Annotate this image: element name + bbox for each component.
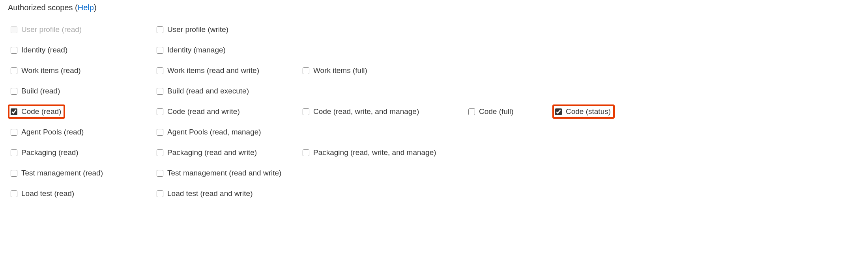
scope-label: Code (read) (21, 107, 61, 116)
scope-item-packaging-read[interactable]: Packaging (read) (8, 145, 82, 160)
scope-cell: Work items (read) (8, 62, 154, 79)
scope-checkbox-code-read-write-manage[interactable] (303, 108, 309, 115)
scope-checkbox-work-items-read[interactable] (11, 67, 17, 74)
scope-item-code-read[interactable]: Code (read) (8, 104, 65, 119)
scope-checkbox-test-management-read-write[interactable] (157, 170, 163, 177)
scope-item-code-status[interactable]: Code (status) (552, 104, 615, 119)
scope-checkbox-code-full[interactable] (468, 108, 475, 115)
scope-item-packaging-read-write-manage[interactable]: Packaging (read, write, and manage) (300, 145, 440, 160)
scope-checkbox-work-items-full[interactable] (303, 67, 309, 74)
scope-item-user-profile-write[interactable]: User profile (write) (154, 22, 232, 37)
scope-cell: Code (read) (8, 103, 154, 120)
scope-item-build-read[interactable]: Build (read) (8, 84, 64, 98)
scope-item-user-profile-read: User profile (read) (8, 22, 86, 37)
scope-cell: Identity (manage) (154, 41, 300, 59)
scope-item-packaging-read-write[interactable]: Packaging (read and write) (154, 145, 261, 160)
scope-item-build-read-execute[interactable]: Build (read and execute) (154, 84, 253, 98)
scope-label: Code (read and write) (167, 107, 240, 116)
scope-cell: Packaging (read, write, and manage) (300, 144, 466, 161)
scope-cell: Test management (read and write) (154, 164, 300, 182)
scope-item-work-items-full[interactable]: Work items (full) (300, 63, 371, 78)
scope-checkbox-code-read-write[interactable] (157, 108, 163, 115)
scope-row: Test management (read)Test management (r… (8, 163, 860, 183)
scope-checkbox-load-test-read[interactable] (11, 190, 17, 197)
scope-label: Work items (read) (21, 66, 81, 75)
scope-label: Packaging (read) (21, 148, 79, 157)
scope-row: Build (read)Build (read and execute) (8, 81, 860, 101)
scope-checkbox-identity-read[interactable] (11, 47, 17, 54)
scopes-heading-prefix: Authorized scopes ( (8, 3, 78, 12)
scope-label: Packaging (read and write) (167, 148, 257, 157)
scope-cell: User profile (write) (154, 21, 300, 38)
scope-cell: Code (read, write, and manage) (300, 103, 466, 120)
scope-cell: Code (read and write) (154, 103, 300, 120)
scope-checkbox-test-management-read[interactable] (11, 170, 17, 177)
scope-cell: Agent Pools (read, manage) (154, 123, 300, 141)
scope-item-test-management-read-write[interactable]: Test management (read and write) (154, 166, 285, 180)
scope-label: Code (full) (479, 107, 514, 116)
scope-item-load-test-read-write[interactable]: Load test (read and write) (154, 186, 257, 201)
help-link[interactable]: Help (78, 3, 94, 12)
scope-checkbox-user-profile-read (11, 26, 17, 33)
scope-cell: User profile (read) (8, 21, 154, 38)
scope-cell: Packaging (read) (8, 144, 154, 161)
scope-item-test-management-read[interactable]: Test management (read) (8, 166, 107, 180)
scope-label: Work items (read and write) (167, 66, 259, 75)
scopes-heading-suffix: ) (94, 3, 97, 12)
scope-row: Identity (read)Identity (manage) (8, 40, 860, 60)
scope-item-agent-pools-read-manage[interactable]: Agent Pools (read, manage) (154, 125, 265, 139)
scope-cell: Agent Pools (read) (8, 123, 154, 141)
scope-checkbox-work-items-read-write[interactable] (157, 67, 163, 74)
scope-label: Build (read) (21, 87, 60, 95)
scope-checkbox-user-profile-write[interactable] (157, 26, 163, 33)
scope-checkbox-load-test-read-write[interactable] (157, 190, 163, 197)
scope-item-load-test-read[interactable]: Load test (read) (8, 186, 78, 201)
scope-label: Agent Pools (read) (21, 128, 84, 136)
scope-checkbox-code-read[interactable] (11, 108, 17, 115)
scopes-panel: Authorized scopes (Help) User profile (r… (0, 0, 868, 204)
scope-label: Identity (manage) (167, 46, 226, 54)
scope-checkbox-agent-pools-read-manage[interactable] (157, 129, 163, 136)
scope-checkbox-code-status[interactable] (555, 108, 562, 115)
scope-cell: Test management (read) (8, 164, 154, 182)
scope-cell: Code (status) (552, 103, 619, 120)
scope-row: Agent Pools (read)Agent Pools (read, man… (8, 122, 860, 142)
scope-item-agent-pools-read[interactable]: Agent Pools (read) (8, 125, 88, 139)
scope-cell: Code (full) (466, 103, 552, 120)
scope-label: Test management (read) (21, 169, 103, 177)
scope-label: Load test (read and write) (167, 189, 253, 198)
scope-checkbox-packaging-read[interactable] (11, 149, 17, 156)
scope-cell: Build (read) (8, 82, 154, 100)
scope-label: Build (read and execute) (167, 87, 249, 95)
scope-row: Load test (read)Load test (read and writ… (8, 183, 860, 204)
scope-item-work-items-read-write[interactable]: Work items (read and write) (154, 63, 263, 78)
scope-checkbox-build-read-execute[interactable] (157, 88, 163, 95)
scope-checkbox-packaging-read-write-manage[interactable] (303, 149, 309, 156)
scope-item-code-full[interactable]: Code (full) (466, 104, 518, 119)
scope-checkbox-build-read[interactable] (11, 88, 17, 95)
scope-label: Agent Pools (read, manage) (167, 128, 261, 136)
scope-checkbox-packaging-read-write[interactable] (157, 149, 163, 156)
scope-row: User profile (read)User profile (write) (8, 19, 860, 40)
scope-cell: Build (read and execute) (154, 82, 300, 100)
scope-cell: Work items (full) (300, 62, 466, 79)
scope-row: Packaging (read)Packaging (read and writ… (8, 142, 860, 163)
scope-row: Work items (read)Work items (read and wr… (8, 60, 860, 81)
scope-item-code-read-write[interactable]: Code (read and write) (154, 104, 244, 119)
scope-label: Test management (read and write) (167, 169, 281, 177)
scope-label: Code (status) (566, 107, 611, 116)
scope-cell: Identity (read) (8, 41, 154, 59)
scopes-heading: Authorized scopes (Help) (8, 3, 860, 12)
scope-cell: Work items (read and write) (154, 62, 300, 79)
scope-item-identity-manage[interactable]: Identity (manage) (154, 43, 230, 57)
scope-label: Code (read, write, and manage) (313, 107, 419, 116)
scope-item-identity-read[interactable]: Identity (read) (8, 43, 71, 57)
scope-cell: Packaging (read and write) (154, 144, 300, 161)
scope-checkbox-identity-manage[interactable] (157, 47, 163, 54)
scope-label: Packaging (read, write, and manage) (313, 148, 436, 157)
scope-checkbox-agent-pools-read[interactable] (11, 129, 17, 136)
scope-item-work-items-read[interactable]: Work items (read) (8, 63, 85, 78)
scope-row: Code (read)Code (read and write)Code (re… (8, 101, 860, 122)
scope-label: Work items (full) (313, 66, 367, 75)
scope-item-code-read-write-manage[interactable]: Code (read, write, and manage) (300, 104, 423, 119)
